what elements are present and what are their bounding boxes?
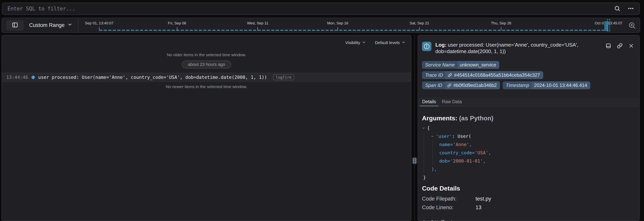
code-line: country_code='USA', [422, 149, 634, 157]
timeline-tick-label: Wed, Sep 11 [247, 21, 268, 25]
timeline-selection[interactable] [607, 19, 610, 31]
detail-title-message: user processed: User(name='Anne', countr… [435, 42, 578, 54]
timeline-tick-mark [419, 27, 420, 30]
indent-guide [424, 132, 424, 173]
badge-label: Timestamp [503, 81, 532, 89]
code-line: dob='2000-01-01', [422, 157, 634, 165]
panel-resizer [411, 35, 418, 221]
chevron-down-icon [67, 22, 72, 28]
attributes-section[interactable]: Attributes [422, 219, 634, 221]
code-details-rows: Code Filepath:test.pyCode Lineno:13 [422, 195, 634, 212]
timeline-axis[interactable]: Sep 01, 13:40:07Fri, Sep 06Wed, Sep 11Mo… [78, 18, 627, 32]
badge-value: #b0f0d9ed1ab346b2 [445, 81, 500, 89]
tab-details[interactable]: Details [419, 98, 439, 106]
badge-value: unknown_service [458, 61, 499, 69]
ellipsis-icon[interactable] [628, 5, 634, 12]
sql-filter-input[interactable] [8, 6, 614, 11]
zoom-in-icon[interactable] [628, 22, 636, 29]
code-line: 'user': User( [422, 132, 634, 140]
timeline-tick-label: Thu, Sep 26 [491, 21, 511, 25]
timeline-tick-label: Mon, Sep 16 [327, 21, 348, 25]
arguments-code-tree: { 'user': User(name='Anne',country_code=… [422, 124, 634, 182]
log-detail-panel: Log:user processed: User(name='Anne', co… [418, 35, 640, 221]
detail-header: Log:user processed: User(name='Anne', co… [422, 42, 634, 55]
default-levels-dropdown[interactable]: Default levels [375, 40, 406, 45]
badge-timestamp[interactable]: Timestamp2024-10-01 13:44:46.414 [503, 81, 590, 89]
code-line: } [422, 173, 634, 182]
timeline-tick-label: Sep 01, 13:40:07 [85, 21, 114, 25]
code-line: { [422, 124, 634, 132]
copy-link-icon[interactable] [617, 43, 623, 49]
badge-trace-id[interactable]: Trace ID #454514c0168a455a51bb4ceba354c3… [422, 71, 543, 79]
code-detail-row: Code Filepath:test.py [422, 195, 634, 203]
code-line: name='Anne', [422, 140, 634, 149]
timeline-tick-mark [258, 27, 258, 30]
log-level-diamond-icon [31, 75, 35, 79]
visibility-label: Visibility [345, 40, 360, 45]
chevron-down-icon [402, 40, 406, 45]
code-line: ), [422, 165, 634, 173]
detail-actions [606, 43, 634, 49]
log-timestamp: 13:44:46 [6, 75, 28, 80]
split-view-icon[interactable] [606, 43, 611, 49]
time-range-selector[interactable]: Custom Range [29, 22, 72, 28]
badge-span-id[interactable]: Span ID #b0f0d9ed1ab346b2 [422, 81, 500, 89]
info-level-icon [422, 42, 432, 51]
badge-label: Service Name [422, 61, 458, 69]
attributes-heading: Attributes [430, 219, 460, 221]
panel-left-icon [12, 22, 18, 29]
timeline-histogram-baseline [99, 30, 604, 31]
close-icon[interactable] [628, 43, 634, 49]
timeline-tick-label: Fri, Sep 06 [168, 21, 186, 25]
chevron-right-icon [422, 219, 427, 221]
relative-time-badge: about 23 hours ago [182, 61, 231, 68]
timeline-tick-mark [99, 27, 100, 30]
log-scope-tag: logfire [273, 74, 294, 80]
detail-title-kind: Log: [435, 42, 446, 48]
sql-filter-bar [2, 2, 640, 15]
detail-title: Log:user processed: User(name='Anne', co… [435, 42, 602, 55]
link-icon [447, 83, 452, 87]
sidebar-toggle-button[interactable] [6, 20, 24, 31]
badge-label: Span ID [422, 81, 445, 89]
default-levels-label: Default levels [375, 40, 400, 45]
timeline-tick-mark [177, 27, 177, 30]
code-details-heading: Code Details [422, 185, 634, 192]
chevron-down-icon [362, 40, 366, 45]
collapse-chevron-icon[interactable] [431, 135, 436, 138]
arguments-heading: Arguments: (as Python) [422, 115, 634, 122]
timeline-tick-mark [338, 27, 338, 30]
indent-guide [432, 140, 433, 165]
tab-raw-data[interactable]: Raw Data [439, 98, 465, 106]
log-list-panel: Visibility Default levels No older items… [2, 35, 411, 221]
resizer-line [414, 35, 415, 221]
timeline-tick-mark [501, 27, 501, 30]
log-row[interactable]: 13:44:46 user processed: User(name='Anne… [2, 73, 411, 82]
badge-list: Service Nameunknown_serviceTrace ID #454… [422, 61, 622, 89]
badge-label: Trace ID [422, 71, 446, 79]
timeline-tick-label: Sat, Sep 21 [410, 21, 429, 25]
resize-handle[interactable] [412, 157, 417, 164]
no-older-items-note: No older items in the selected time wind… [2, 52, 411, 57]
no-newer-items-note: No newer items in the selected time wind… [2, 84, 411, 89]
visibility-dropdown[interactable]: Visibility [345, 40, 366, 45]
badge-value: #454514c0168a455a51bb4ceba354c327 [446, 71, 543, 79]
detail-tabs: DetailsRaw Data [418, 98, 639, 106]
timeline-bar: Custom Range Sep 01, 13:40:07Fri, Sep 06… [2, 18, 640, 33]
code-detail-row: Code Lineno:13 [422, 203, 634, 212]
log-list-toolbar: Visibility Default levels [2, 35, 411, 48]
badge-service-name[interactable]: Service Nameunknown_service [422, 61, 499, 69]
link-icon [448, 73, 452, 77]
time-range-label: Custom Range [29, 22, 64, 28]
badge-value: 2024-10-01 13:44:46.414 [532, 81, 590, 89]
search-icon[interactable] [614, 5, 620, 12]
log-message: user processed: User(name='Anne', countr… [38, 75, 267, 80]
collapse-chevron-icon[interactable] [422, 126, 427, 130]
